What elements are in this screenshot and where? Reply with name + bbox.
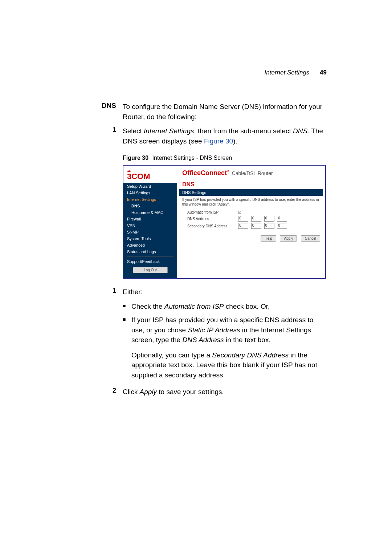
button-row: Help Apply Cancel	[177, 230, 325, 245]
nav-dns[interactable]: DNS	[123, 203, 177, 209]
dns-screenshot: ☁ 3COM Setup Wizard LAN Settings Interne…	[123, 165, 326, 279]
sdns-octet-2[interactable]: 0	[251, 223, 261, 229]
label-dns-address: DNS Address	[187, 217, 238, 221]
logo-3com: ☁ 3COM	[123, 166, 177, 183]
step-number-1: 1	[94, 126, 116, 146]
nav-divider	[127, 256, 173, 257]
step-1-text: Select Internet Settings, then from the …	[116, 126, 327, 146]
nav-system-tools[interactable]: System Tools	[123, 235, 177, 242]
bullet-icon: ■	[123, 301, 131, 312]
label-auto-isp: Automatic from ISP	[187, 210, 238, 214]
page-header: Internet Settings 49	[94, 69, 327, 76]
nav-internet-settings[interactable]: Internet Settings	[123, 196, 177, 203]
bullet-static-ip: If your ISP has provided you with a spec…	[131, 315, 327, 380]
section-bar-dns-settings: DNS Settings	[179, 189, 323, 196]
logout-button[interactable]: Log Out	[133, 267, 168, 273]
sdns-octet-1[interactable]: 0	[238, 223, 248, 229]
step-2-text: Click Apply to save your settings.	[116, 387, 327, 397]
nav-setup-wizard[interactable]: Setup Wizard	[123, 183, 177, 190]
nav-snmp[interactable]: SNMP	[123, 229, 177, 235]
intro-text: To configure the Domain Name Server (DNS…	[116, 102, 327, 122]
header-page-number: 49	[320, 69, 327, 76]
apply-button[interactable]: Apply	[280, 235, 297, 242]
cancel-button[interactable]: Cancel	[301, 235, 320, 242]
figure-caption: Figure 30 Internet Settings - DNS Screen	[123, 155, 327, 161]
field-secondary-dns: Secondary DNS Address 0. 0. 0. 0	[177, 222, 325, 230]
header-title: Internet Settings	[265, 69, 310, 76]
dns-octet-4[interactable]: 0	[277, 216, 287, 222]
nav-firewall[interactable]: Firewall	[123, 216, 177, 222]
figure-link[interactable]: Figure 30	[204, 137, 233, 145]
dns-octet-3[interactable]: 0	[264, 216, 274, 222]
either-text: Either:	[116, 287, 327, 297]
dns-octet-2[interactable]: 0	[251, 216, 261, 222]
label-secondary-dns: Secondary DNS Address	[187, 224, 238, 228]
nav-hostname-mac[interactable]: Hostname & MAC	[123, 209, 177, 216]
nav-support-feedback[interactable]: Support/Feedback	[123, 258, 177, 265]
section-label-dns: DNS	[94, 102, 116, 122]
dns-description: If your ISP has provided you with a spec…	[177, 197, 325, 210]
nav-lan-settings[interactable]: LAN Settings	[123, 190, 177, 196]
field-dns-address: DNS Address 0. 0. 0. 0	[177, 215, 325, 222]
nav-advanced[interactable]: Advanced	[123, 242, 177, 248]
step-number-either: 1	[94, 287, 116, 297]
nav-status-logs[interactable]: Status and Logs	[123, 248, 177, 255]
main-panel: OfficeConnect® Cable/DSL Router DNS DNS …	[177, 166, 325, 278]
checkbox-auto-isp[interactable]: ☑	[238, 210, 241, 214]
bullet-icon: ■	[123, 315, 131, 380]
sdns-octet-3[interactable]: 0	[264, 223, 274, 229]
page-heading-dns: DNS	[177, 181, 325, 189]
field-auto-isp: Automatic from ISP ☑	[177, 210, 325, 215]
step-number-2: 2	[94, 387, 116, 397]
help-button[interactable]: Help	[261, 235, 276, 242]
nav-vpn[interactable]: VPN	[123, 222, 177, 229]
bullet-auto-isp: Check the Automatic from ISP check box. …	[131, 301, 327, 312]
sidebar: ☁ 3COM Setup Wizard LAN Settings Interne…	[123, 166, 177, 278]
brand-header: OfficeConnect® Cable/DSL Router	[177, 166, 325, 181]
sdns-octet-4[interactable]: 0	[277, 223, 287, 229]
dns-octet-1[interactable]: 0	[238, 216, 248, 222]
